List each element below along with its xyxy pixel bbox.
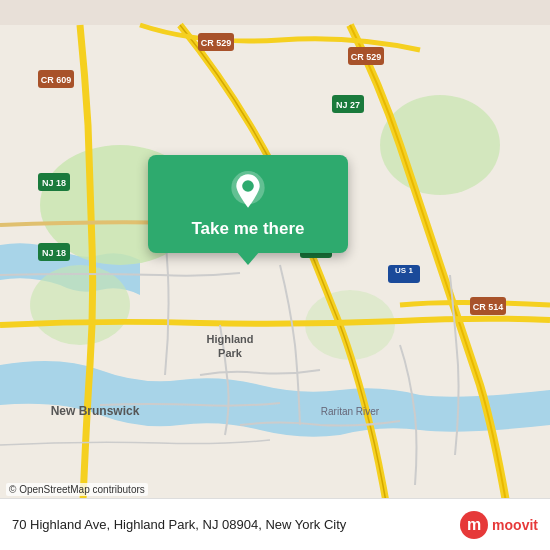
bottom-bar: 70 Highland Ave, Highland Park, NJ 08904… <box>0 498 550 550</box>
svg-text:New Brunswick: New Brunswick <box>51 404 140 418</box>
svg-point-28 <box>242 180 254 192</box>
svg-text:NJ 18: NJ 18 <box>42 178 66 188</box>
svg-text:US 1: US 1 <box>395 266 413 275</box>
take-me-there-label: Take me there <box>191 219 304 239</box>
moovit-icon: m <box>460 511 488 539</box>
take-me-there-button[interactable]: Take me there <box>148 155 348 253</box>
openstreetmap-credit: © OpenStreetMap contributors <box>6 483 148 496</box>
svg-point-2 <box>30 265 130 345</box>
map-background: NJ 18 NJ 18 CR 529 CR 529 NJ 27 NJ 27 US… <box>0 0 550 550</box>
svg-text:CR 529: CR 529 <box>201 38 232 48</box>
moovit-text: moovit <box>492 517 538 533</box>
location-pin-icon <box>228 171 268 211</box>
svg-text:NJ 27: NJ 27 <box>336 100 360 110</box>
svg-text:Highland: Highland <box>206 333 253 345</box>
svg-text:CR 609: CR 609 <box>41 75 72 85</box>
svg-text:CR 514: CR 514 <box>473 302 504 312</box>
svg-text:Raritan River: Raritan River <box>321 406 380 417</box>
address-text: 70 Highland Ave, Highland Park, NJ 08904… <box>12 517 460 532</box>
svg-text:Park: Park <box>218 347 243 359</box>
map-container: NJ 18 NJ 18 CR 529 CR 529 NJ 27 NJ 27 US… <box>0 0 550 550</box>
svg-text:NJ 18: NJ 18 <box>42 248 66 258</box>
moovit-logo: m moovit <box>460 511 538 539</box>
svg-text:CR 529: CR 529 <box>351 52 382 62</box>
